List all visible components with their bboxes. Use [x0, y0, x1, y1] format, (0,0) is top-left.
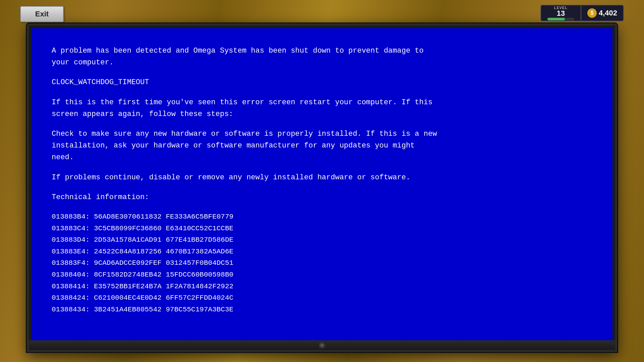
hud-level: LEVEL 13 — [541, 6, 581, 20]
level-number: 13 — [557, 10, 565, 17]
table-row: 013883F4: 9CAD6ADCCE092FEF 0312457F0B04D… — [52, 257, 592, 269]
dollar-icon: $ — [587, 8, 597, 18]
bsod-intro: A problem has been detected and Omega Sy… — [52, 45, 592, 68]
table-row: 01388404: 8CF1582D2748EB42 15FDCC60B0059… — [52, 269, 592, 281]
tech-info-block: Technical information: 013883B4: 56AD8E3… — [52, 191, 592, 316]
monitor-indicator — [319, 342, 325, 349]
tech-rows: 013883B4: 56AD8E3070611832 FE333A6C5BFE0… — [52, 211, 592, 316]
monitor-frame: A problem has been detected and Omega Sy… — [27, 23, 617, 352]
tech-label: Technical information: — [52, 193, 149, 201]
table-row: 01388424: C6210004EC4E0D42 6FF57C2FFDD40… — [52, 292, 592, 304]
bsod-line1: A problem has been detected and Omega Sy… — [52, 47, 424, 55]
bsod-error-code: CLOCK_WATCHDOG_TIMEOUT — [52, 78, 149, 86]
xp-bar — [547, 18, 574, 20]
table-row: 013883D4: 2D53A1578A1CAD91 677E41BB27D58… — [52, 234, 592, 246]
table-row: 013883B4: 56AD8E3070611832 FE333A6C5BFE0… — [52, 211, 592, 223]
table-row: 013883C4: 3C5CB8099FC36860 E63410CC52C1C… — [52, 223, 592, 235]
hud-panel: LEVEL 13 $ 4,402 — [540, 5, 624, 21]
monitor-power-dot — [320, 344, 324, 347]
bsod-screen: A problem has been detected and Omega Sy… — [32, 28, 612, 347]
monitor-stand — [27, 340, 617, 352]
xp-fill — [547, 18, 565, 20]
table-row: 01388414: E35752BB1FE24B7A 1F2A7814842F2… — [52, 281, 592, 293]
table-row: 013883E4: 24522C84A8187256 4670B17382A5A… — [52, 246, 592, 258]
bsod-para1-text: If this is the first time you've seen th… — [52, 98, 432, 118]
table-row: 01388434: 3B2451A4EB805542 97BC55C197A3B… — [52, 304, 592, 316]
bsod-para1: If this is the first time you've seen th… — [52, 97, 592, 120]
bsod-error-code-block: CLOCK_WATCHDOG_TIMEOUT — [52, 76, 592, 88]
exit-button[interactable]: Exit — [20, 6, 64, 22]
money-amount: 4,402 — [599, 9, 617, 17]
dollar-symbol: $ — [590, 10, 593, 16]
bsod-para3-text: If problems continue, disable or remove … — [52, 173, 410, 182]
bsod-line2: your computer. — [52, 58, 114, 67]
hud-money: $ 4,402 — [581, 8, 623, 18]
bsod-para3: If problems continue, disable or remove … — [52, 172, 592, 183]
bsod-para2: Check to make sure any new hardware or s… — [52, 128, 592, 164]
monitor-bezel: A problem has been detected and Omega Sy… — [32, 28, 612, 347]
bsod-para2-text: Check to make sure any new hardware or s… — [52, 130, 437, 162]
